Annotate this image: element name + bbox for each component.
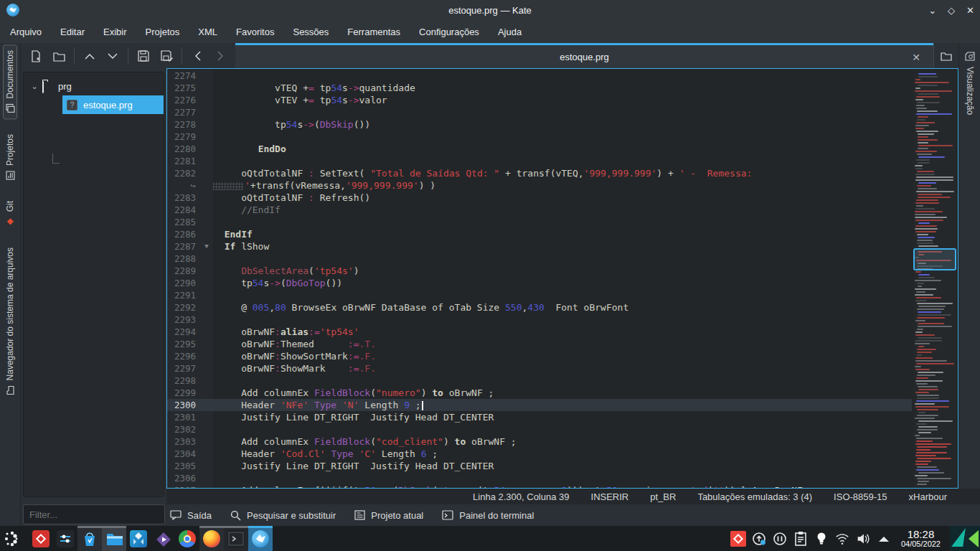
taskbar-app-konsole[interactable]: [224, 526, 248, 551]
code-line-2304[interactable]: 2304 Header 'Cod.Cl' Type 'C' Length 6 ;: [167, 448, 912, 460]
menu-favoritos[interactable]: Favoritos: [236, 27, 274, 37]
taskbar-app-kodi[interactable]: [126, 526, 151, 551]
code-line-2279[interactable]: 2279: [167, 131, 912, 143]
code-line-2276[interactable]: 2276 vTEV += tp54s->valor: [167, 94, 912, 106]
taskbar-app-stremio[interactable]: [151, 526, 175, 551]
menu-configurações[interactable]: Configurações: [419, 27, 479, 37]
code-line-2291[interactable]: 2291: [167, 289, 912, 301]
show-desktop-widget[interactable]: [950, 526, 980, 551]
code-line-2305[interactable]: 2305 Justify Line DT_RIGHT Justify Head …: [167, 460, 912, 472]
status-highlight-mode[interactable]: xHarbour: [909, 491, 947, 502]
expand-tray-icon[interactable]: [876, 531, 892, 547]
code-line-2277[interactable]: 2277: [167, 106, 912, 118]
code-line-2288[interactable]: 2288: [167, 253, 912, 265]
menu-arquivo[interactable]: Arquivo: [10, 27, 42, 37]
down-arrow-icon[interactable]: [105, 48, 121, 64]
sidebar-tab-navegador-do-sistema-de-arquivos[interactable]: Navegador do sistema de arquivos: [4, 242, 17, 400]
minimap-viewport[interactable]: [913, 248, 956, 270]
taskbar-app-anydesk[interactable]: [29, 526, 53, 551]
code-line-2306[interactable]: 2306: [167, 472, 912, 484]
sidebar-tab-visualizacao[interactable]: Visualização: [963, 47, 976, 119]
code-line-2286[interactable]: 2286 EndIf: [167, 228, 912, 240]
toolview-button-painel-do-terminal[interactable]: Painel do terminal: [442, 510, 534, 521]
close-icon[interactable]: ✕: [912, 52, 920, 63]
code-line-2295[interactable]: 2295 oBrwNF:Themed :=.T.: [167, 338, 912, 350]
new-document-icon[interactable]: [28, 48, 44, 64]
status-insert-mode[interactable]: INSERIR: [591, 491, 629, 502]
code-line-2287[interactable]: 2287▼ If lShow: [167, 240, 912, 253]
minimize-button[interactable]: ⌄: [928, 5, 936, 16]
code-line-2302[interactable]: 2302: [167, 423, 912, 435]
save-icon[interactable]: [136, 48, 151, 64]
wifi-icon[interactable]: [834, 531, 850, 547]
status-encoding[interactable]: ISO-8859-15: [834, 491, 887, 502]
documents-filter-input[interactable]: [23, 504, 165, 524]
chevron-down-icon[interactable]: ⌄: [29, 82, 39, 91]
code-line-2283[interactable]: 2283 oQtdTotalNF : Refresh(): [167, 192, 912, 204]
code-line-2290[interactable]: 2290 tp54s->(DbGoTop()): [167, 277, 912, 289]
status-cursor-position[interactable]: Linha 2.300, Coluna 39: [473, 491, 569, 502]
code-line-2297[interactable]: 2297 oBrwNF:ShowMark :=.F.: [167, 362, 912, 375]
menu-editar[interactable]: Editar: [60, 27, 85, 37]
back-icon[interactable]: [189, 48, 205, 64]
toolview-button-sa-da[interactable]: Saída: [170, 510, 212, 521]
toolview-button-projeto-atual[interactable]: Projeto atual: [354, 510, 423, 521]
pause-icon[interactable]: [772, 531, 788, 547]
code-line-2294[interactable]: 2294 oBrwNF:alias:='tp54s': [167, 326, 912, 338]
tree-file-estoque-prg[interactable]: ? estoque.prg: [62, 95, 164, 114]
code-line-2301[interactable]: 2301 Justify Line DT_RIGHT Justify Head …: [167, 411, 912, 423]
taskbar-clock[interactable]: 18:28 04/05/2022: [901, 529, 941, 548]
taskbar-app-chrome[interactable]: [175, 526, 199, 551]
code-line-2289[interactable]: 2289 DbSelectArea('tp54s'): [167, 265, 912, 277]
status-dictionary[interactable]: pt_BR: [650, 491, 676, 502]
code-editor[interactable]: 22742275 vTEQ += tp54s->quantidade2276 v…: [166, 68, 958, 489]
sidebar-tab-projetos[interactable]: Projetos: [4, 129, 17, 186]
menu-ajuda[interactable]: Ajuda: [498, 27, 522, 37]
sidebar-tab-git[interactable]: Git: [4, 196, 17, 232]
menu-sessões[interactable]: Sessões: [293, 27, 329, 37]
taskbar-app-firefox[interactable]: [199, 526, 224, 551]
code-line-2275[interactable]: 2275 vTEQ += tp54s->quantidade: [167, 82, 912, 94]
code-line-2303[interactable]: 2303 Add columnEx FieldBlock("cod_client…: [167, 435, 912, 448]
code-line-2281[interactable]: 2281: [167, 155, 912, 167]
night-color-icon[interactable]: [814, 531, 829, 547]
taskbar-app-dolphin[interactable]: [102, 526, 126, 551]
code-area[interactable]: 22742275 vTEQ += tp54s->quantidade2276 v…: [167, 70, 912, 488]
menu-exibir[interactable]: Exibir: [103, 27, 127, 37]
code-line-↪[interactable]: ↪'+transf(vRemessa,'999,999.999') ): [167, 179, 912, 192]
code-line-2274[interactable]: 2274: [167, 70, 912, 82]
anydesk-tray-icon[interactable]: [730, 531, 746, 547]
fold-marker[interactable]: ▼: [200, 240, 213, 253]
volume-icon[interactable]: [855, 531, 871, 547]
sidebar-tab-documentos[interactable]: Documentos: [3, 44, 17, 119]
up-arrow-icon[interactable]: [82, 48, 98, 64]
minimap-scrollbar[interactable]: [913, 70, 956, 486]
code-line-2300[interactable]: 2300 Header 'NFe' Type 'N' Length 9 ;: [167, 399, 912, 411]
code-line-2292[interactable]: 2292 @ 005,80 BrowseEx oBrwNF DataBase o…: [167, 301, 912, 314]
save-as-icon[interactable]: [159, 48, 174, 64]
status-tab-settings[interactable]: Tabulações emuladas: 3 (4): [697, 491, 812, 502]
taskbar-app-kate[interactable]: [248, 526, 273, 551]
app-launcher-icon[interactable]: [1, 528, 23, 550]
code-line-2280[interactable]: 2280 EndDo: [167, 143, 912, 155]
tab-estoque-prg[interactable]: estoque.prg ✕: [235, 43, 933, 69]
updates-icon[interactable]: [751, 531, 767, 547]
clipboard-icon[interactable]: [793, 531, 809, 547]
tree-folder-prg[interactable]: ⌄ prg: [24, 77, 164, 95]
open-folder-icon[interactable]: [51, 48, 67, 64]
close-button[interactable]: ✕: [966, 5, 974, 16]
taskbar-app-system-settings[interactable]: [53, 526, 77, 551]
code-line-2298[interactable]: 2298: [167, 375, 912, 387]
code-line-2299[interactable]: 2299 Add columnEx FieldBlock("numero") t…: [167, 387, 912, 399]
new-window-icon[interactable]: [938, 48, 954, 64]
toolview-button-pesquisar-e-substituir[interactable]: Pesquisar e substituir: [230, 510, 336, 521]
code-line-2296[interactable]: 2296 oBrwNF:ShowSortMark:=.F.: [167, 350, 912, 362]
code-line-2285[interactable]: 2285: [167, 216, 912, 228]
menu-ferramentas[interactable]: Ferramentas: [347, 27, 400, 37]
code-line-2278[interactable]: 2278 tp54s->(DbSkip()): [167, 118, 912, 131]
code-line-2282[interactable]: 2282 oQtdTotalNF : SetText( "Total de Sa…: [167, 167, 912, 179]
menu-xml[interactable]: XML: [198, 27, 217, 37]
maximize-button[interactable]: ◇: [948, 5, 955, 16]
code-line-2307[interactable]: 2307 Add columnEx {||iif(tp50s->(DbSeek(…: [167, 484, 912, 488]
code-line-2284[interactable]: 2284 //EndIf: [167, 204, 912, 216]
